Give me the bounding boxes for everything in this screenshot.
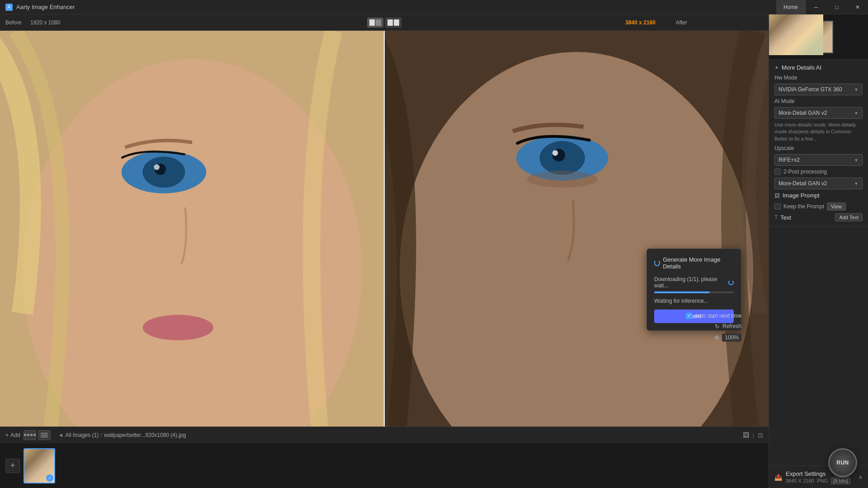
maximize-button[interactable]: □ (826, 0, 847, 14)
breadcrumb-filename: wallpaperbetter...920x1080 (4).jpg (104, 432, 186, 438)
export-bits: [8 bits] (831, 477, 850, 484)
sidebar-spacer (769, 226, 868, 465)
ai-section-icon: ✦ (774, 65, 779, 71)
thumbnail-strip: + ✓ (0, 443, 769, 488)
text-section-row: T Text Add Text (774, 213, 863, 221)
image-prompt-header[interactable]: 🖼 Image Prompt (774, 192, 863, 199)
post-processing-checkbox[interactable] (774, 169, 781, 175)
ai-section-title: More Details AI (782, 64, 821, 71)
app-title: Aarty Image Enhancer (16, 4, 75, 10)
minimize-button[interactable]: ─ (806, 0, 826, 14)
hw-mode-label: Hw Mode (774, 75, 797, 81)
export-icon: 📤 (774, 474, 782, 481)
export-info: 3840 X 2160 PNG [8 bits] (786, 478, 850, 483)
view-buttons (24, 430, 51, 440)
main-layout: Before 868 x 488 3840 x 2160 After (0, 14, 868, 488)
export-format: PNG (817, 478, 828, 483)
app-icon: A (5, 4, 13, 11)
svg-point-12 (552, 150, 558, 156)
export-resolution: 3840 X 2160 (786, 478, 814, 483)
breadcrumb-arrow-left: ◄ (58, 432, 63, 438)
toggle-split-view[interactable] (367, 18, 383, 28)
zoom-value[interactable]: 100% (722, 333, 741, 342)
view-button[interactable]: View (827, 202, 846, 211)
auto-start-row: ✓ Auto start next time (686, 313, 741, 319)
run-button[interactable]: RUN (828, 448, 857, 477)
upscale-row: Upscale (774, 145, 863, 151)
fit-icon: ⊡ (758, 432, 763, 439)
thumbnail-item[interactable]: ✓ (24, 448, 55, 483)
preview-full-image (769, 14, 823, 55)
keep-prompt-checkbox[interactable] (774, 203, 781, 210)
zoom-row: ⊕ 100% (714, 333, 741, 342)
close-button[interactable]: ✕ (847, 0, 868, 14)
auto-start-checkbox[interactable]: ✓ (686, 313, 692, 319)
after-label: After (676, 19, 687, 26)
add-button[interactable]: + Add (5, 432, 20, 438)
ai-mode-label: AI Mode (774, 98, 795, 104)
progress-bar-fill (654, 291, 710, 293)
breadcrumb-separator: / (100, 432, 102, 438)
thumbnail-check-badge: ✓ (46, 474, 53, 482)
ai-section-header[interactable]: ✦ More Details AI (774, 64, 863, 71)
add-text-button[interactable]: Add Text (835, 213, 863, 221)
hw-mode-select[interactable]: NVIDIA GeForce GTX 360 ▼ (774, 84, 863, 95)
refresh-button[interactable]: Refresh (722, 323, 741, 329)
hw-mode-row: Hw Mode (774, 75, 863, 81)
titlebar: A Aarty Image Enhancer Home ─ □ ✕ (0, 0, 868, 14)
add-image-button[interactable]: + (5, 459, 20, 473)
right-sidebar: ✦ More Details AI Hw Mode NVIDIA GeForce… (769, 14, 868, 488)
add-icon: + (5, 432, 9, 438)
after-image (384, 31, 769, 427)
image-area: Before 868 x 488 3840 x 2160 After (0, 14, 769, 488)
post-processing-select[interactable]: More-Detail GAN v2 ▼ (774, 178, 863, 189)
ai-mode-row: AI Mode (774, 98, 863, 104)
compare-toggles (367, 18, 401, 28)
resolution-after: 3840 x 2160 (625, 19, 656, 26)
before-label: Before (5, 19, 21, 26)
image-canvas: Generate More Image Details Downloading … (0, 31, 769, 427)
home-button[interactable]: Home (776, 0, 806, 14)
export-chevron[interactable]: ∧ (859, 474, 863, 480)
breadcrumb-all-images[interactable]: All Images (1) (65, 432, 99, 438)
list-view-button[interactable] (38, 430, 51, 440)
resolution-before: 868 x 488 (30, 19, 60, 26)
image-icon: 🖼 (743, 432, 749, 439)
progress-bar-bg (654, 291, 734, 293)
grid-view-button[interactable] (24, 430, 36, 440)
keep-prompt-row: Keep the Prompt View (774, 202, 863, 211)
keep-prompt-label: Keep the Prompt (783, 203, 824, 210)
bottom-toolbar: + Add ◄ All Images (1) (0, 427, 769, 443)
svg-point-6 (143, 315, 213, 340)
upscale-label: Upscale (774, 145, 794, 151)
loading-spinner (654, 260, 660, 266)
download-row: Downloading (1/1), please wait... (654, 276, 734, 289)
dialog-title: Generate More Image Details (654, 256, 734, 270)
text-section-label: Text (780, 214, 791, 221)
hw-mode-chevron: ▼ (854, 87, 859, 92)
text-section-icon: T (774, 214, 778, 221)
auto-start-label: Auto start next time (695, 313, 741, 319)
refresh-icon: ↻ (715, 323, 720, 330)
ai-info-text: Use more-details mode. More-detaily mode… (774, 122, 863, 142)
sidebar-preview (769, 14, 868, 60)
post-processing-chevron: ▼ (854, 181, 859, 186)
image-prompt-title: Image Prompt (783, 192, 820, 199)
bottom-divider: | (753, 432, 754, 438)
breadcrumb: ◄ All Images (1) / wallpaperbetter...920… (58, 432, 186, 438)
toggle-side-by-side[interactable] (385, 18, 401, 28)
refresh-row: ↻ Refresh (715, 323, 741, 330)
image-divider (384, 31, 385, 427)
image-prompt-icon: 🖼 (774, 192, 780, 199)
viewer-topbar: Before 868 x 488 3840 x 2160 After (0, 14, 769, 31)
svg-point-13 (527, 171, 598, 188)
zoom-icon: ⊕ (714, 334, 719, 341)
svg-point-5 (154, 164, 160, 170)
upscale-select[interactable]: RIFE+x2 ▼ (774, 154, 863, 166)
download-text: Downloading (1/1), please wait... (654, 276, 728, 289)
post-processing-row: 2-Post processing (774, 169, 863, 175)
post-processing-label: 2-Post processing (783, 169, 827, 175)
run-label: RUN (836, 460, 849, 466)
wait-text: Waiting for inference... (654, 298, 734, 304)
ai-mode-select[interactable]: More-Detail GAN v2 ▼ (774, 107, 863, 119)
